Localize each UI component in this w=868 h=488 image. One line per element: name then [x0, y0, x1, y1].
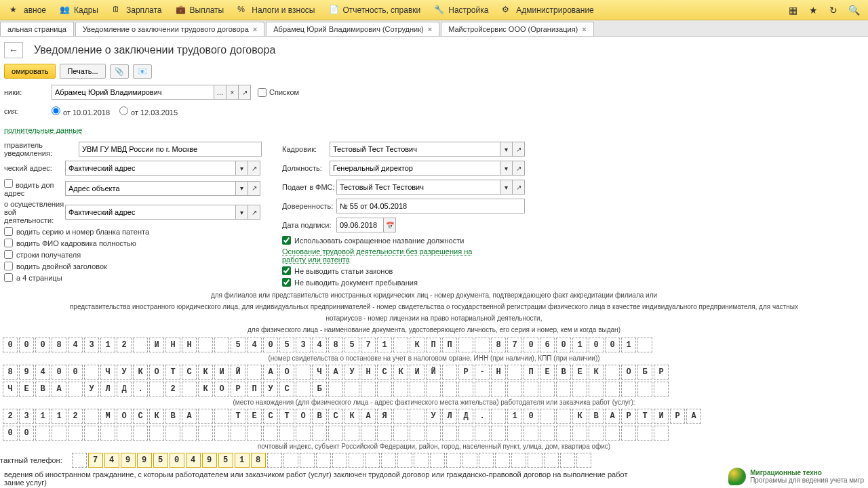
cb-hr-full[interactable] [4, 239, 13, 247]
cell[interactable] [462, 453, 477, 468]
cell[interactable]: Д [458, 409, 473, 424]
cell[interactable] [300, 453, 315, 468]
cell[interactable]: 8 [52, 338, 66, 352]
cell[interactable] [377, 426, 392, 441]
activity-input[interactable] [65, 205, 236, 220]
cell[interactable] [198, 338, 213, 352]
cell[interactable]: 0 [19, 426, 34, 441]
cell[interactable]: А [361, 409, 376, 424]
open-button[interactable]: ↗ [513, 142, 525, 157]
cell[interactable] [149, 382, 164, 396]
cell[interactable] [263, 426, 278, 441]
cell[interactable]: О [149, 365, 164, 380]
dropdown-button[interactable]: ▾ [500, 180, 513, 195]
cell[interactable]: И [149, 338, 164, 352]
cell[interactable]: Н [361, 365, 376, 380]
cell[interactable]: А [182, 409, 197, 424]
cell[interactable]: В [165, 409, 180, 424]
cell[interactable]: 3 [84, 338, 99, 352]
menu-admin[interactable]: ⚙Администрирование [495, 0, 600, 20]
cell[interactable]: Е [247, 409, 262, 424]
cell[interactable]: Р [231, 382, 245, 396]
cell[interactable]: 1 [35, 409, 50, 424]
cell[interactable]: А [686, 409, 701, 424]
grid-icon[interactable]: ▦ [785, 3, 800, 18]
menu-salary[interactable]: 🗓Зарплата [105, 0, 169, 20]
cell[interactable]: У [426, 409, 441, 424]
cell[interactable]: 5 [279, 338, 294, 352]
cell[interactable] [381, 453, 396, 468]
cell[interactable] [296, 382, 311, 396]
cell[interactable]: С [377, 365, 392, 380]
open-button[interactable]: ↗ [248, 205, 260, 220]
cell[interactable]: К [344, 409, 359, 424]
cell[interactable]: Л [100, 382, 115, 396]
cell[interactable]: 9 [202, 453, 217, 468]
cell[interactable]: 3 [19, 409, 34, 424]
open-button[interactable]: ↗ [513, 180, 525, 195]
cell[interactable] [165, 426, 180, 441]
cell[interactable] [556, 409, 571, 424]
cell[interactable] [446, 453, 461, 468]
cell[interactable]: Т [165, 365, 180, 380]
cell[interactable] [182, 426, 197, 441]
cell[interactable]: О [214, 382, 229, 396]
cb-recipient[interactable] [4, 250, 13, 259]
hr-input[interactable] [330, 142, 500, 157]
cell[interactable] [68, 382, 83, 396]
tab-home[interactable]: альная страница [0, 22, 74, 36]
cell[interactable] [605, 365, 620, 380]
cell[interactable]: К [133, 365, 148, 380]
cell[interactable]: 4 [68, 338, 83, 352]
cell[interactable]: Т [279, 409, 294, 424]
cell[interactable] [576, 453, 591, 468]
menu-main[interactable]: ★авное [3, 0, 53, 20]
cell[interactable] [507, 426, 522, 441]
cell[interactable]: 4 [186, 453, 201, 468]
cell[interactable]: Ч [3, 382, 18, 396]
cell[interactable]: К [198, 382, 213, 396]
cell[interactable]: С [182, 365, 197, 380]
cell[interactable] [328, 426, 343, 441]
addr-input[interactable] [65, 161, 236, 176]
cell[interactable]: В [312, 409, 327, 424]
cell[interactable]: 4 [312, 338, 327, 352]
cell[interactable] [393, 382, 408, 396]
cell[interactable]: 0 [170, 453, 184, 468]
cell[interactable]: 0 [605, 338, 620, 352]
cell[interactable]: В [556, 365, 571, 380]
cell[interactable]: 7 [361, 338, 376, 352]
addl-addr-input[interactable] [65, 181, 236, 196]
ellipsis-button[interactable]: … [214, 85, 226, 100]
cell[interactable] [198, 409, 213, 424]
cell[interactable]: 7 [507, 338, 522, 352]
cell[interactable] [442, 382, 457, 396]
cell[interactable]: 0 [3, 426, 18, 441]
dropdown-button[interactable]: ▾ [500, 142, 513, 157]
cell[interactable] [475, 338, 490, 352]
cell[interactable]: В [589, 409, 604, 424]
cell[interactable] [458, 426, 473, 441]
radio-date-2[interactable]: от 12.03.2015 [119, 106, 178, 117]
cell[interactable]: У [344, 365, 359, 380]
cell[interactable] [524, 426, 538, 441]
cell[interactable]: А [52, 382, 66, 396]
cell[interactable]: 0 [556, 338, 571, 352]
cell[interactable] [214, 338, 229, 352]
cell[interactable] [393, 338, 408, 352]
sender-input[interactable] [79, 142, 262, 157]
cell[interactable]: П [247, 382, 262, 396]
cell[interactable]: 3 [296, 338, 311, 352]
cell[interactable] [198, 426, 213, 441]
cell[interactable]: Е [19, 382, 34, 396]
cell[interactable]: О [117, 409, 132, 424]
cell[interactable]: И [214, 365, 229, 380]
back-button[interactable]: ← [4, 42, 23, 58]
cell[interactable]: Н [182, 338, 197, 352]
cb-short-pos[interactable] [282, 236, 291, 245]
cell[interactable]: Л [442, 409, 457, 424]
tab-employee[interactable]: Абрамец Юрий Владимирович (Сотрудник)× [266, 22, 439, 36]
cell[interactable]: 0 [19, 338, 34, 352]
clear-button[interactable]: × [226, 85, 239, 100]
cell[interactable]: 7 [88, 453, 103, 468]
